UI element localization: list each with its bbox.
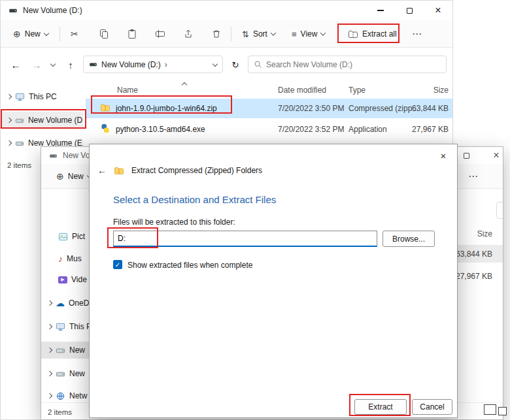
chevron-down-icon bbox=[320, 30, 326, 35]
file-date: 7/20/2022 3:50 PM bbox=[278, 104, 344, 113]
expand-chevron-icon bbox=[47, 324, 52, 329]
refresh-button[interactable]: ↻ bbox=[228, 56, 243, 74]
sidebar-item-this-pc[interactable]: This PC bbox=[1, 88, 83, 105]
recent-locations-button[interactable] bbox=[48, 56, 58, 74]
chevron-down-icon bbox=[271, 30, 276, 35]
command-bar: ⊕ New ✂ ⇅ Sort ≡ View bbox=[1, 20, 452, 48]
maximize-icon bbox=[407, 8, 413, 14]
rename-icon bbox=[155, 29, 165, 39]
file-row-fragment[interactable]: 63,844 KB bbox=[457, 245, 503, 263]
up-button[interactable]: ↑ bbox=[62, 56, 79, 74]
file-row-python[interactable]: python-3.10.5-amd64.exe 7/20/2022 3:52 P… bbox=[86, 120, 453, 139]
extract-button[interactable]: Extract bbox=[354, 399, 407, 415]
expand-chevron-icon bbox=[7, 94, 12, 99]
check-icon: ✓ bbox=[115, 261, 120, 268]
column-size[interactable]: Size bbox=[434, 86, 449, 95]
sort-button[interactable]: ⇅ Sort bbox=[237, 25, 280, 42]
close-button[interactable]: × bbox=[484, 147, 503, 164]
browse-button[interactable]: Browse... bbox=[382, 231, 435, 247]
delete-button[interactable] bbox=[207, 25, 226, 42]
tray-window-small-icon[interactable] bbox=[498, 407, 507, 415]
share-button[interactable] bbox=[178, 25, 198, 42]
rename-button[interactable] bbox=[150, 25, 170, 42]
paste-icon bbox=[127, 29, 137, 39]
expand-chevron-icon bbox=[7, 118, 12, 123]
column-type[interactable]: Type bbox=[348, 86, 366, 95]
divider bbox=[60, 27, 60, 41]
expand-chevron-icon bbox=[7, 140, 12, 146]
column-name[interactable]: Name bbox=[117, 86, 138, 95]
column-date-modified[interactable]: Date modified bbox=[278, 86, 326, 95]
close-button[interactable]: × bbox=[424, 1, 452, 20]
drive-icon bbox=[15, 138, 24, 148]
file-size: 63,844 KB bbox=[456, 250, 492, 259]
show-extracted-label: Show extracted files when complete bbox=[128, 261, 252, 270]
paste-button[interactable] bbox=[122, 25, 142, 42]
search-icon bbox=[254, 60, 262, 69]
show-extracted-checkbox[interactable]: ✓ bbox=[113, 260, 122, 269]
window-drive-icon bbox=[8, 6, 18, 15]
zipped-folder-icon bbox=[348, 29, 358, 39]
tray-window-icon[interactable] bbox=[484, 404, 496, 415]
sort-ascending-icon bbox=[182, 82, 187, 88]
window-title: New Volume (D:) bbox=[23, 6, 82, 15]
chevron-down-icon bbox=[50, 61, 56, 67]
dialog-heading: Select a Destination and Extract Files bbox=[113, 194, 276, 205]
dialog-back-icon[interactable]: ← bbox=[97, 165, 107, 176]
forward-button[interactable]: → bbox=[28, 56, 45, 74]
back-button[interactable]: ← bbox=[7, 56, 24, 74]
file-row-fragment[interactable]: 27,967 KB bbox=[457, 267, 503, 285]
plus-icon: ⊕ bbox=[13, 29, 21, 39]
more-icon: ⋯ bbox=[412, 28, 422, 40]
extract-all-button[interactable]: Extract all bbox=[343, 25, 401, 42]
pictures-icon bbox=[58, 232, 68, 242]
close-icon: × bbox=[441, 150, 447, 161]
new-button[interactable]: ⊕ New bbox=[8, 25, 53, 42]
view-icon: ≡ bbox=[292, 29, 297, 39]
maximize-icon bbox=[464, 153, 469, 159]
titlebar: New Volume (D:) × bbox=[1, 1, 452, 20]
search-box bbox=[248, 56, 447, 73]
monitor-icon bbox=[15, 92, 25, 102]
chevron-down-icon[interactable] bbox=[212, 61, 218, 66]
file-size: 27,967 KB bbox=[456, 272, 492, 281]
items-count-status: 2 items bbox=[48, 408, 72, 416]
expand-chevron-icon bbox=[47, 393, 52, 398]
copy-button[interactable] bbox=[94, 25, 114, 42]
address-bar[interactable]: New Volume (D:) › bbox=[83, 56, 223, 73]
minimize-button[interactable] bbox=[366, 1, 395, 20]
drive-icon bbox=[56, 346, 65, 355]
drive-icon bbox=[56, 369, 65, 379]
navigation-bar: ← → ↑ New Volume (D:) › ↻ bbox=[1, 56, 452, 74]
file-type: Compressed (zipp... bbox=[348, 104, 418, 113]
maximize-button[interactable] bbox=[395, 1, 424, 20]
cancel-button[interactable]: Cancel bbox=[412, 399, 452, 415]
share-icon bbox=[183, 29, 194, 39]
file-size: 63,844 KB bbox=[412, 104, 449, 113]
sidebar-item-new-volume-d[interactable]: New Volume (D:) bbox=[1, 112, 83, 129]
destination-path-input[interactable] bbox=[113, 231, 377, 247]
breadcrumb: New Volume (D:) bbox=[101, 60, 161, 69]
file-name: python-3.10.5-amd64.exe bbox=[116, 125, 205, 134]
file-date: 7/20/2022 3:52 PM bbox=[278, 125, 344, 134]
monitor-icon bbox=[56, 322, 65, 332]
more-button[interactable]: ⋯ bbox=[464, 167, 483, 186]
zipped-folder-icon bbox=[113, 165, 125, 176]
python-icon bbox=[100, 123, 110, 134]
maximize-button[interactable] bbox=[454, 147, 478, 164]
more-icon: ⋯ bbox=[468, 170, 478, 182]
view-button[interactable]: ≡ View bbox=[287, 25, 330, 42]
close-icon: × bbox=[493, 150, 499, 161]
chevron-down-icon bbox=[44, 30, 49, 35]
expand-chevron-icon bbox=[47, 371, 52, 376]
file-row-zip[interactable]: john-1.9.0-jumbo-1-win64.zip 7/20/2022 3… bbox=[86, 99, 453, 118]
zipped-folder-icon bbox=[100, 103, 110, 113]
more-button[interactable]: ⋯ bbox=[407, 25, 426, 43]
dialog-title: Extract Compressed (Zipped) Folders bbox=[131, 166, 262, 175]
column-size[interactable]: Size bbox=[477, 229, 492, 238]
search-input[interactable] bbox=[266, 60, 441, 69]
divider bbox=[231, 27, 231, 41]
cut-button[interactable]: ✂ bbox=[66, 25, 83, 42]
dialog-close-button[interactable]: × bbox=[435, 148, 452, 163]
search-box-fragment bbox=[496, 202, 503, 219]
